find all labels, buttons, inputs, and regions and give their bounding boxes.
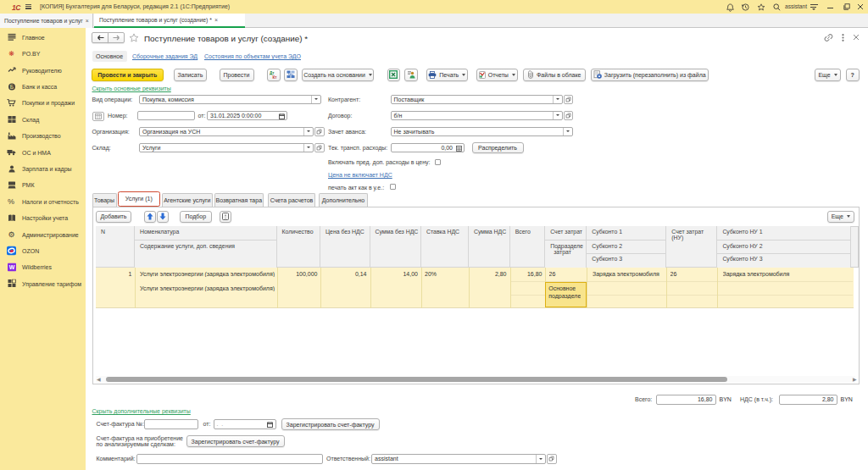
svg-text:Кт: Кт	[272, 75, 277, 80]
svg-text:%: %	[8, 197, 14, 206]
svg-text:Б: Б	[9, 83, 13, 89]
svg-text:W: W	[8, 264, 14, 270]
